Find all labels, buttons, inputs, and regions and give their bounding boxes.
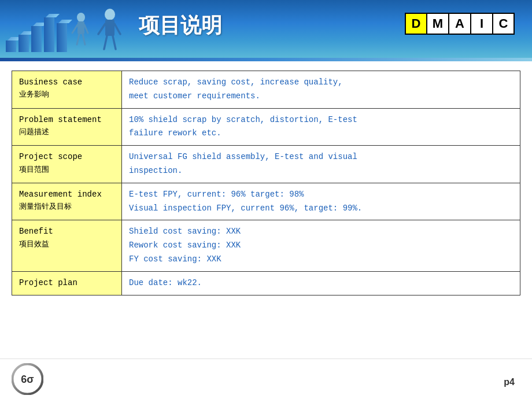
dmaic-badge: D M A I C <box>405 13 515 35</box>
table-row: Benefit项目效益Shield cost saving: XXKRework… <box>12 220 520 271</box>
dmaic-i: I <box>471 13 493 35</box>
dmaic-d: D <box>405 13 427 35</box>
label-cell-3: Measurement index测量指针及目标 <box>12 183 122 220</box>
label-en: Benefit <box>19 225 114 238</box>
value-line: E-test FPY, current: 96% target: 98% <box>129 190 304 199</box>
info-table: Business case业务影响Reduce scrap, saving co… <box>12 71 520 295</box>
value-line: Due date: wk22. <box>129 278 202 287</box>
value-line: 10% shield scrap by scratch, distortion,… <box>129 115 357 124</box>
decorative-chart <box>6 17 67 52</box>
svg-point-0 <box>77 13 85 22</box>
label-cn: 测量指针及目标 <box>19 201 114 213</box>
bar-1 <box>6 40 16 52</box>
value-cell-2: Universal FG shield assembly, E-test and… <box>122 146 520 183</box>
value-line: Visual inspection FPY, current 96%, targ… <box>129 204 362 213</box>
svg-point-6 <box>105 9 115 20</box>
value-cell-3: E-test FPY, current: 96% target: 98%Visu… <box>122 183 520 220</box>
dmaic-c: C <box>493 13 515 35</box>
bar-3 <box>31 26 42 52</box>
slide: 项目说明 D M A I C Business case业务影响Reduce s… <box>0 0 532 399</box>
label-cn: 项目效益 <box>19 238 114 250</box>
page-number: p4 <box>504 377 515 387</box>
value-line: Rework cost saving: XXK <box>129 241 241 250</box>
table-row: Problem statement问题描述10% shield scrap by… <box>12 108 520 146</box>
footer: 6σ p4 <box>0 359 532 399</box>
main-content: Business case业务影响Reduce scrap, saving co… <box>0 61 532 359</box>
value-line: Reduce scrap, saving cost, increase qual… <box>129 77 343 87</box>
value-cell-5: Due date: wk22. <box>122 271 520 295</box>
label-cell-2: Project scope项目范围 <box>12 146 122 183</box>
label-cell-1: Problem statement问题描述 <box>12 108 122 146</box>
svg-rect-7 <box>105 20 114 36</box>
label-en: Project scope <box>19 150 114 163</box>
bar-2 <box>19 35 29 52</box>
svg-line-5 <box>83 34 85 45</box>
svg-line-8 <box>98 24 105 34</box>
value-line: failure rework etc. <box>129 128 221 138</box>
svg-rect-1 <box>77 21 84 34</box>
label-cn: 业务影响 <box>19 88 114 101</box>
svg-line-11 <box>113 36 116 49</box>
table-row: Business case业务影响Reduce scrap, saving co… <box>12 71 520 109</box>
value-line: Universal FG shield assembly, E-test and… <box>129 152 357 161</box>
page-title: 项目说明 <box>139 12 222 40</box>
label-cell-0: Business case业务影响 <box>12 71 122 109</box>
sixsigma-logo: 6σ <box>12 363 43 395</box>
label-cn: 问题描述 <box>19 126 114 138</box>
label-en: Project plan <box>19 276 114 289</box>
bar-5 <box>57 23 67 52</box>
dmaic-m: M <box>427 13 449 35</box>
label-cell-5: Project plan <box>12 271 122 295</box>
svg-line-9 <box>114 24 120 34</box>
value-cell-1: 10% shield scrap by scratch, distortion,… <box>122 108 520 146</box>
table-row: Project planDue date: wk22. <box>12 271 520 295</box>
value-line: FY cost saving: XXK <box>129 254 221 264</box>
svg-line-4 <box>77 34 79 45</box>
value-line: inspection. <box>129 166 182 175</box>
header: 项目说明 D M A I C <box>0 0 532 58</box>
decorative-figures <box>69 9 127 55</box>
label-cn: 项目范围 <box>19 164 114 176</box>
svg-line-2 <box>72 25 77 33</box>
svg-text:6σ: 6σ <box>21 374 34 385</box>
table-row: Measurement index测量指针及目标E-test FPY, curr… <box>12 183 520 220</box>
value-line: Shield cost saving: XXK <box>129 227 241 236</box>
value-cell-4: Shield cost saving: XXKRework cost savin… <box>122 220 520 271</box>
svg-line-10 <box>104 36 107 49</box>
bar-4 <box>44 17 54 52</box>
label-en: Business case <box>19 76 114 88</box>
value-line: meet customer requirements. <box>129 91 260 101</box>
table-row: Project scope项目范围Universal FG shield ass… <box>12 146 520 183</box>
label-en: Measurement index <box>19 188 114 201</box>
label-cell-4: Benefit项目效益 <box>12 220 122 271</box>
label-en: Problem statement <box>19 113 114 126</box>
dmaic-a: A <box>449 13 471 35</box>
svg-line-3 <box>84 25 88 33</box>
value-cell-0: Reduce scrap, saving cost, increase qual… <box>122 71 520 109</box>
